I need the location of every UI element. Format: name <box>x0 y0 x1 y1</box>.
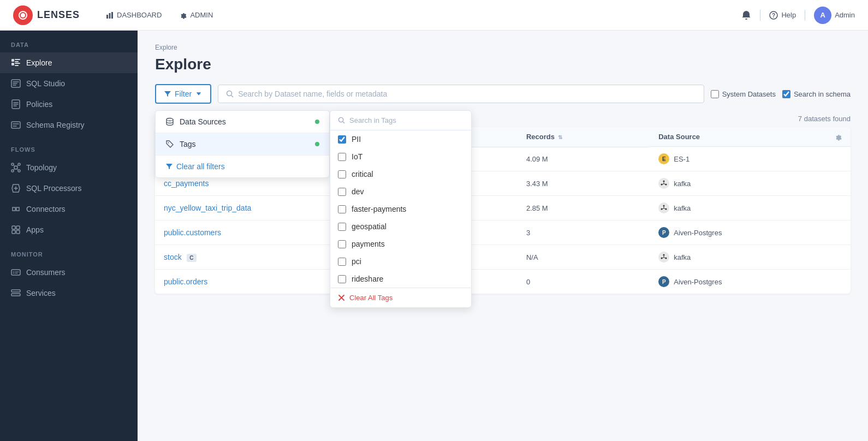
tag-option-rideshare[interactable]: rideshare <box>330 270 471 288</box>
schema-registry-label: Schema Registry <box>26 121 85 129</box>
tag-option-payments[interactable]: payments <box>330 235 471 253</box>
datasource-cell-2: kafka <box>658 202 842 213</box>
datasource-cell-5: P Aiven-Postgres <box>658 276 842 287</box>
avatar: A <box>814 7 831 24</box>
admin-nav[interactable]: ADMIN <box>170 7 222 23</box>
tag-label-dev: dev <box>352 187 364 196</box>
tag-checkbox-rideshare[interactable] <box>338 275 346 283</box>
tag-option-pii[interactable]: PII <box>330 130 471 148</box>
tag-label-pii: PII <box>352 135 361 144</box>
clear-filters-label: Clear all filters <box>176 162 225 171</box>
dataset-link-2[interactable]: nyc_yellow_taxi_trip_data <box>164 204 251 212</box>
tag-option-iot[interactable]: IoT <box>330 148 471 165</box>
logo-icon <box>13 5 33 25</box>
sidebar-item-consumers[interactable]: Consumers <box>0 262 138 283</box>
sidebar-item-sql-processors[interactable]: SQL Processors <box>0 178 138 199</box>
dataset-link-5[interactable]: public.orders <box>164 277 207 286</box>
col-records[interactable]: Records ⇅ <box>518 127 650 147</box>
ds-name-2: kafka <box>674 204 691 212</box>
svg-rect-28 <box>11 294 20 296</box>
topbar-divider-2 <box>805 10 805 21</box>
svg-point-17 <box>11 163 14 165</box>
tags-active-dot <box>315 142 319 146</box>
main-layout: DATA Explore SQL Studio Policies <box>0 31 868 441</box>
col-datasource-label: Data Source <box>658 133 700 141</box>
sidebar-item-policies[interactable]: Policies <box>0 94 138 115</box>
sidebar-item-schema-registry[interactable]: Schema Registry <box>0 115 138 135</box>
tag-checkbox-dev[interactable] <box>338 188 346 196</box>
ds-icon-elastic: E <box>658 153 669 164</box>
search-in-schema-checkbox[interactable] <box>782 90 790 98</box>
sidebar-item-connectors[interactable]: Connectors <box>0 199 138 219</box>
chevron-down-icon <box>195 90 203 98</box>
topbar: LENSES DASHBOARD ADMIN ? <box>0 0 868 31</box>
dataset-link-1[interactable]: cc_payments <box>164 179 209 188</box>
svg-point-20 <box>18 170 20 172</box>
search-in-schema-label[interactable]: Search in schema <box>782 90 851 98</box>
tag-checkbox-payments[interactable] <box>338 240 346 248</box>
table-row: nyc_yellow_taxi_trip_data 2.85 M kafka <box>155 196 851 221</box>
tag-checkbox-iot[interactable] <box>338 153 346 161</box>
svg-rect-25 <box>16 230 20 234</box>
admin-user-btn[interactable]: A Admin <box>814 7 855 24</box>
records-3: 3 <box>518 221 650 245</box>
tags-search-input[interactable] <box>349 116 463 124</box>
sidebar-item-apps[interactable]: Apps <box>0 219 138 240</box>
dataset-link-4[interactable]: stock <box>164 253 182 261</box>
clear-filters-btn[interactable]: Clear all filters <box>156 156 329 177</box>
sql-processors-label: SQL Processors <box>26 184 81 193</box>
system-datasets-checkbox[interactable] <box>711 90 719 98</box>
filter-button[interactable]: Filter <box>155 84 211 104</box>
dashboard-nav[interactable]: DASHBOARD <box>97 7 170 23</box>
tag-option-pci[interactable]: pci <box>330 253 471 270</box>
sort-arrows: ⇅ <box>558 134 562 140</box>
tag-option-faster-payments[interactable]: faster-payments <box>330 200 471 218</box>
main-content: Explore Explore Filter <box>138 31 868 441</box>
sidebar-item-sql-studio[interactable]: SQL Studio <box>0 73 138 94</box>
c-badge: C <box>187 254 196 262</box>
svg-point-18 <box>18 163 20 165</box>
svg-point-19 <box>11 170 14 172</box>
svg-rect-22 <box>12 226 15 229</box>
dashboard-label: DASHBOARD <box>117 11 162 19</box>
records-0: 4.09 M <box>518 147 650 171</box>
clear-all-tags-btn[interactable]: Clear All Tags <box>330 288 471 307</box>
help-btn[interactable]: ? Help <box>769 11 796 20</box>
tag-option-critical[interactable]: critical <box>330 165 471 183</box>
tags-filter-label: Tags <box>180 140 196 148</box>
svg-point-33 <box>663 181 665 182</box>
svg-point-0 <box>21 13 25 17</box>
datasource-cell-1: kafka <box>658 178 842 189</box>
tags-dropdown: PII IoT critical dev <box>330 110 472 308</box>
notification-btn[interactable] <box>741 10 751 20</box>
sidebar-item-services[interactable]: Services <box>0 283 138 303</box>
records-5: 0 <box>518 270 650 294</box>
sidebar-item-explore[interactable]: Explore <box>0 52 138 73</box>
admin-label: ADMIN <box>190 11 213 19</box>
tag-checkbox-pii[interactable] <box>338 135 346 144</box>
clear-tags-icon <box>338 294 345 301</box>
topbar-right: ? Help A Admin <box>741 7 855 24</box>
datasource-cell-0: E ES-1 <box>658 153 842 164</box>
search-input[interactable] <box>238 90 696 98</box>
sidebar-item-topology[interactable]: Topology <box>0 157 138 178</box>
explore-icon <box>11 58 21 68</box>
tag-option-geospatial[interactable]: geospatial <box>330 218 471 235</box>
tag-checkbox-pci[interactable] <box>338 258 346 266</box>
tag-checkbox-critical[interactable] <box>338 170 346 178</box>
explore-label: Explore <box>26 58 52 67</box>
clear-filters-icon <box>165 163 173 170</box>
clear-all-tags-label: Clear All Tags <box>349 294 393 302</box>
system-datasets-label[interactable]: System Datasets <box>711 90 776 98</box>
tag-checkbox-geospatial[interactable] <box>338 223 346 231</box>
table-settings-icon[interactable] <box>834 133 842 141</box>
dataset-link-3[interactable]: public.customers <box>164 228 221 237</box>
tag-checkbox-faster-payments[interactable] <box>338 205 346 213</box>
tag-label-geospatial: geospatial <box>352 222 387 231</box>
filter-option-data-sources[interactable]: Data Sources <box>156 111 329 133</box>
connectors-icon <box>11 204 21 214</box>
gear-nav-icon <box>179 11 187 19</box>
filter-option-tags[interactable]: Tags <box>156 133 329 156</box>
tags-filter-icon <box>165 140 174 148</box>
tag-option-dev[interactable]: dev <box>330 183 471 200</box>
